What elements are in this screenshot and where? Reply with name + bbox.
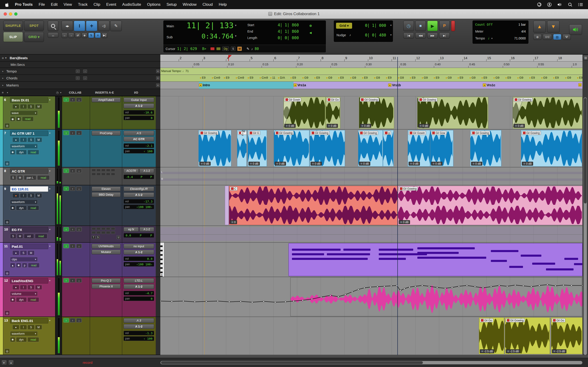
insert-slot[interactable] bbox=[106, 227, 110, 230]
spotlight-search-icon[interactable] bbox=[568, 2, 572, 7]
automation-breakpoint[interactable] bbox=[275, 302, 276, 303]
automation-breakpoint[interactable] bbox=[415, 286, 416, 287]
grabber-tool-button[interactable]: + bbox=[86, 21, 97, 31]
track-input-monitor-button[interactable]: I bbox=[20, 325, 27, 330]
track-output-window-button[interactable]: ◎ bbox=[5, 311, 10, 315]
collab-download-button[interactable]: ↓ bbox=[76, 278, 82, 283]
insert-slot[interactable] bbox=[111, 227, 115, 230]
track-name-caret[interactable]: ▾ bbox=[49, 279, 51, 282]
track-automation-mode[interactable]: read bbox=[27, 337, 39, 342]
clip-gain-badge[interactable]: ⊕0 dB bbox=[327, 124, 338, 128]
marker-event[interactable]: ◆Vrs1b bbox=[388, 83, 401, 87]
midi-note[interactable] bbox=[509, 266, 523, 268]
clip-gain-badge[interactable]: ⊕0 dB bbox=[359, 162, 370, 166]
track-output-window-button[interactable]: ◎ bbox=[5, 349, 10, 353]
track-extra-button[interactable]: ▲ bbox=[10, 263, 15, 268]
track-record-button[interactable]: ● bbox=[12, 325, 19, 330]
insertion-follows-button[interactable]: ⊕ bbox=[533, 34, 542, 40]
automation-breakpoint[interactable] bbox=[582, 285, 582, 286]
track-name[interactable]: Pad.01 bbox=[10, 244, 48, 249]
ruler-view-button[interactable]: ▤ bbox=[583, 55, 588, 60]
track-extra-button[interactable]: ✱ bbox=[10, 150, 15, 155]
automation-breakpoint[interactable] bbox=[547, 284, 548, 285]
ruler-area-0[interactable]: 23456789101112131415161718 bbox=[160, 55, 582, 61]
track-mute-button[interactable]: M bbox=[17, 175, 23, 180]
volume-icon[interactable] bbox=[557, 2, 562, 7]
mute-indicator[interactable]: M bbox=[237, 47, 242, 51]
audio-clip[interactable]: g bbox=[383, 130, 394, 167]
clip-gain-badge[interactable]: ⊕0 dB bbox=[311, 162, 322, 166]
tempo-value[interactable]: 71.0000 bbox=[514, 36, 526, 40]
clip-gain-badge[interactable]: ⊕0 dB bbox=[409, 162, 420, 166]
io-volume[interactable]: vol0.0 bbox=[124, 257, 154, 261]
export-button[interactable]: ▴ bbox=[8, 360, 14, 365]
ruler-area-4[interactable]: ◆Intro◆Vrs1a◆Vrs1b◆Vrs1c◆ bbox=[160, 82, 582, 89]
audio-clip[interactable]: Gil Gowing⊕0 dB bbox=[513, 97, 582, 129]
automation-breakpoint[interactable] bbox=[531, 286, 532, 287]
insert-slot[interactable] bbox=[96, 227, 101, 230]
automation-breakpoint[interactable] bbox=[160, 300, 161, 302]
automation-breakpoint[interactable] bbox=[351, 291, 353, 292]
track-solo-button[interactable]: S bbox=[10, 234, 16, 239]
track-chip-vol[interactable]: vol bbox=[24, 234, 34, 239]
io-volume[interactable]: vol-10.6 bbox=[124, 110, 154, 115]
io-volume[interactable]: vol-4.7 bbox=[124, 291, 154, 295]
clip-gain-badge[interactable]: ⊕-2.5 dB bbox=[552, 349, 566, 353]
io-output-path[interactable]: A 1-2 bbox=[124, 103, 154, 108]
automation-breakpoint[interactable] bbox=[409, 286, 410, 288]
collab-share-button[interactable]: ↑ bbox=[63, 131, 69, 135]
insert-slot[interactable] bbox=[101, 169, 105, 172]
link-option-button-1[interactable]: → bbox=[68, 33, 74, 38]
audio-clip[interactable]: Gil Gowing⊕0 dB bbox=[417, 97, 488, 129]
chord-event[interactable]: ◆E9 bbox=[362, 76, 368, 79]
marker-event[interactable]: ◆Intro bbox=[199, 83, 210, 87]
count-off-value[interactable]: 1 bar bbox=[519, 23, 526, 26]
track-view-selector[interactable]: waveform▾ bbox=[10, 331, 38, 336]
automation-breakpoint[interactable] bbox=[363, 287, 365, 289]
track-color-strip[interactable] bbox=[0, 277, 3, 317]
solo-indicator[interactable]: S bbox=[231, 47, 235, 51]
chord-event[interactable]: ◆G9 bbox=[517, 76, 523, 79]
edit-mode-slip[interactable]: SLIP bbox=[3, 32, 23, 42]
zoom-button[interactable] bbox=[14, 12, 17, 16]
io-input-path[interactable]: ElevenRgL/R bbox=[124, 186, 154, 191]
clip-gain-badge[interactable]: ⊕-2.5 dB bbox=[480, 349, 494, 353]
ruler-row-minsecs[interactable]: Min:Secs bbox=[0, 61, 160, 68]
automation-breakpoint[interactable] bbox=[330, 295, 331, 296]
target-icon[interactable]: ⊕ bbox=[309, 23, 312, 28]
link-option-button-3[interactable]: ◈ bbox=[82, 33, 87, 38]
insert-slot[interactable] bbox=[96, 231, 101, 234]
length-value[interactable]: 0| 0| 000 bbox=[264, 35, 299, 40]
track-chip-pan-L[interactable]: pan L bbox=[24, 175, 36, 180]
chord-event[interactable]: ◆E9 bbox=[434, 76, 439, 79]
track-mute-button[interactable]: M bbox=[35, 137, 42, 142]
fader-link-button[interactable]: ▤ bbox=[553, 34, 561, 40]
automation-breakpoint[interactable] bbox=[263, 301, 264, 302]
chord-event[interactable]: ◆E9 bbox=[290, 76, 296, 79]
midi-note[interactable] bbox=[491, 260, 507, 262]
audio-clip[interactable]: Gil Gowing⊕0 dB bbox=[274, 130, 309, 167]
marker-event[interactable]: ◆ bbox=[578, 83, 582, 86]
track-name-caret[interactable]: ▾ bbox=[49, 132, 51, 135]
clip-gain-badge[interactable]: ⊕0 dB bbox=[522, 162, 533, 166]
track-mute-button[interactable]: M bbox=[35, 325, 42, 330]
collab-share-button[interactable]: ↑ bbox=[63, 318, 69, 323]
collab-share-button[interactable]: ↑ bbox=[63, 227, 69, 232]
automation-breakpoint[interactable] bbox=[422, 285, 423, 286]
chord-event[interactable]: ◆G9 bbox=[350, 76, 356, 79]
sub-counter-caret[interactable]: ▾ bbox=[235, 34, 237, 38]
midi-note[interactable] bbox=[564, 258, 578, 260]
main-counter-caret[interactable]: ▾ bbox=[235, 24, 237, 27]
automation-breakpoint[interactable] bbox=[563, 284, 564, 286]
menu-item-track[interactable]: Track bbox=[75, 0, 90, 9]
automation-breakpoint[interactable] bbox=[428, 286, 430, 287]
vertical-scrollbar-thumb[interactable] bbox=[584, 98, 587, 203]
chord-event[interactable]: ◆G9 bbox=[326, 76, 332, 79]
track-name-caret[interactable]: ▾ bbox=[49, 98, 51, 101]
io-pan[interactable]: pan‹ 100 bbox=[124, 336, 154, 341]
collab-share-button[interactable]: ↑ bbox=[63, 186, 69, 191]
automation-breakpoint[interactable] bbox=[400, 290, 401, 291]
audio-clip[interactable]: Gil Go⊕-2.5 dB bbox=[479, 317, 504, 354]
grid-value[interactable]: 0| 1| 000 bbox=[355, 23, 386, 28]
io-input-path[interactable]: A 3 bbox=[124, 318, 154, 323]
